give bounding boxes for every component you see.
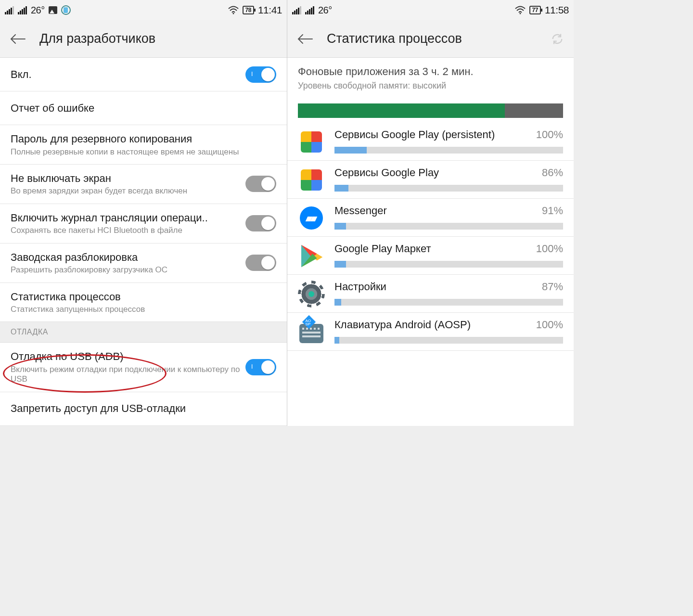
keyboard-icon: AOSP [298,319,325,346]
settings-icon [298,281,325,308]
clock: 11:58 [545,4,569,16]
setting-row[interactable]: Отладка по USB (ADB)Включить режим отлад… [0,343,287,392]
toggle-switch[interactable]: O [245,176,276,192]
playstore-icon [298,243,325,270]
app-update-icon [61,5,71,15]
process-bar-fill [334,299,341,306]
status-bar: 26° 78 11:41 [0,0,287,20]
picture-icon [49,6,57,14]
setting-title: Пароль для резервного копирования [11,132,276,146]
process-percent: 86% [542,167,563,179]
battery-icon: 77 [529,6,541,14]
process-bar-fill [334,147,367,154]
svg-point-1 [519,13,521,14]
process-row[interactable]: Сервисы Google Play (persistent)100% [287,123,574,161]
process-row[interactable]: Сервисы Google Play86% [287,161,574,199]
setting-row[interactable]: Отчет об ошибке [0,91,287,125]
back-icon[interactable] [297,34,313,44]
gplay-services-icon [298,167,325,193]
refresh-icon[interactable] [551,32,564,46]
setting-title: Вкл. [11,68,245,81]
setting-row[interactable]: Статистика процессовСтатистика запущенны… [0,283,287,322]
process-percent: 87% [542,281,563,293]
process-name: Клавиатура Android (AOSP) [334,319,536,331]
wifi-icon [515,6,526,14]
process-row[interactable]: Messenger91% [287,199,574,237]
gplay-services-icon [298,128,325,155]
messenger-icon [298,205,325,231]
memory-bar-used [298,103,505,118]
process-bar-fill [334,223,346,230]
screen-process-stats: 26° 77 11:58 Статистика процессов Фоновы… [287,0,574,426]
page-title: Статистика процессов [327,31,462,46]
temperature: 26° [318,5,332,16]
setting-title: Включить журнал трансляции операци.. [11,211,245,225]
clock: 11:41 [258,4,282,16]
setting-subtitle: Разрешить разблокировку загрузчика ОС [11,265,245,275]
process-row[interactable]: Настройки87% [287,275,574,313]
setting-title: Заводская разблокировка [11,251,245,264]
process-row[interactable]: AOSPКлавиатура Android (AOSP)100% [287,313,574,351]
process-percent: 91% [542,205,563,217]
process-name: Messenger [334,205,542,217]
setting-subtitle: Во время зарядки экран будет всегда вклю… [11,186,245,196]
setting-title: Запретить доступ для USB-отладки [11,402,276,415]
toggle-switch[interactable]: I [245,359,276,375]
signal-1-icon [292,6,301,14]
app-bar: Для разработчиков [0,20,287,58]
screen-developer-options: 26° 78 11:41 Для разработчиков Вкл.IОтче… [0,0,287,426]
setting-subtitle: Включить режим отладки при подключении к… [11,365,245,385]
summary-title: Фоновые приложения за 3 ч. 2 мин. [298,65,563,78]
page-title: Для разработчиков [39,31,155,46]
process-percent: 100% [536,243,563,255]
process-name: Сервисы Google Play (persistent) [334,128,536,141]
process-bar-fill [334,337,339,344]
setting-row[interactable]: Не выключать экранВо время зарядки экран… [0,165,287,204]
setting-subtitle: Статистика запущенных процессов [11,305,276,314]
setting-row[interactable]: Заводская разблокировкаРазрешить разблок… [0,244,287,283]
back-icon[interactable] [10,34,26,44]
process-bar [334,337,563,344]
process-row[interactable]: Google Play Маркет100% [287,237,574,275]
svg-point-0 [232,13,234,14]
toggle-switch[interactable]: O [245,255,276,271]
process-bar [334,223,563,230]
process-name: Google Play Маркет [334,243,536,255]
process-percent: 100% [536,319,563,331]
toggle-switch[interactable]: O [245,215,276,231]
setting-subtitle: Полные резервные копии в настоящее время… [11,147,276,157]
setting-row[interactable]: Запретить доступ для USB-отладки [0,392,287,426]
summary-subtitle: Уровень свободной памяти: высокий [298,81,563,91]
battery-icon: 78 [243,6,254,14]
setting-row[interactable]: Вкл.I [0,58,287,91]
signal-2-icon [305,6,314,14]
process-percent: 100% [536,128,563,141]
process-name: Сервисы Google Play [334,167,542,179]
setting-row[interactable]: Пароль для резервного копированияПолные … [0,125,287,165]
toggle-switch[interactable]: I [245,66,276,83]
status-bar: 26° 77 11:58 [287,0,574,20]
process-bar [334,185,563,192]
signal-1-icon [5,6,14,14]
memory-bar [298,103,563,118]
process-bar [334,147,563,154]
process-bar [334,299,563,306]
stats-summary: Фоновые приложения за 3 ч. 2 мин. Уровен… [287,58,574,93]
setting-row[interactable]: Включить журнал трансляции операци..Сохр… [0,204,287,244]
app-bar: Статистика процессов [287,20,574,58]
process-name: Настройки [334,281,542,293]
signal-2-icon [18,6,27,14]
setting-title: Статистика процессов [11,290,276,304]
process-bar [334,261,563,268]
setting-subtitle: Сохранять все пакеты HCI Bluetooth в фай… [11,226,245,235]
process-bar-fill [334,185,348,192]
setting-title: Отладка по USB (ADB) [11,350,245,363]
setting-title: Не выключать экран [11,172,245,185]
process-bar-fill [334,261,346,268]
setting-title: Отчет об ошибке [11,102,276,115]
temperature: 26° [31,5,45,16]
wifi-icon [228,6,239,14]
section-header-debug: ОТЛАДКА [0,322,287,343]
